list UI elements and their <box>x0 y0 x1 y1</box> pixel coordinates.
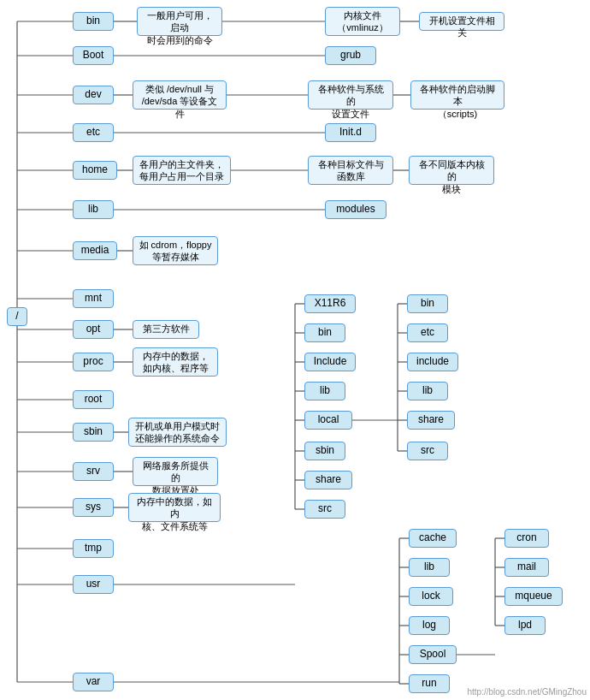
mnt-node: mnt <box>73 289 114 308</box>
spool-cron-node: cron <box>504 529 549 548</box>
spool-lpd-node: lpd <box>504 616 546 635</box>
lib-node: lib <box>73 200 114 219</box>
media-node: media <box>73 241 117 260</box>
home-kernel-node: 各不同版本内核的 模块 <box>409 156 494 185</box>
dev-desc-node: 类似 /dev/null 与 /dev/sda 等设备文件 <box>133 80 227 110</box>
usr-include-node: Include <box>304 353 356 371</box>
x11-lib-node: lib <box>407 382 448 400</box>
home-node: home <box>73 161 117 180</box>
usr-bin-node: bin <box>304 323 345 342</box>
bin-kernel-node: 内核文件 （vmlinuz） <box>325 7 400 36</box>
x11-bin-node: bin <box>407 294 448 313</box>
x11-include-node: include <box>407 353 458 371</box>
var-lock-node: lock <box>409 587 453 606</box>
sbin-desc-node: 开机或单用户模式时 还能操作的系统命令 <box>128 418 227 447</box>
etc-node: etc <box>73 123 114 142</box>
tmp-node: tmp <box>73 539 114 558</box>
usr-x11-node: X11R6 <box>304 294 356 313</box>
dev-node: dev <box>73 86 114 104</box>
root-node: / <box>7 307 27 326</box>
spool-mqueue-node: mqueue <box>504 587 563 606</box>
sys-node: sys <box>73 498 114 517</box>
var-lib-node: lib <box>409 558 450 577</box>
bin-desc-node: 一般用户可用，启动 时会用到的命令 <box>137 7 222 36</box>
var-node: var <box>73 673 114 691</box>
home-desc-node: 各用户的主文件夹， 每用户占用一个目录 <box>133 156 231 185</box>
media-desc-node: 如 cdrom，floppy 等暂存媒体 <box>133 236 218 265</box>
root-dir-node: root <box>73 390 114 409</box>
grub-node: grub <box>325 46 376 65</box>
sys-desc-node: 内存中的数据，如内 核、文件系统等 <box>128 493 221 522</box>
usr-local-node: local <box>304 411 352 430</box>
sbin-node: sbin <box>73 423 114 442</box>
initd-node: Init.d <box>325 123 376 142</box>
var-log-node: log <box>409 616 450 635</box>
proc-node: proc <box>73 353 114 371</box>
usr-share-node: share <box>304 471 352 489</box>
srv-node: srv <box>73 462 114 481</box>
home-obj-node: 各种目标文件与 函数库 <box>308 156 393 185</box>
boot-node: Boot <box>73 46 114 65</box>
usr-node: usr <box>73 575 114 594</box>
dev-scripts-node: 各种软件的启动脚本 （scripts) <box>410 80 504 110</box>
var-spool-node: Spool <box>409 645 457 664</box>
var-cache-node: cache <box>409 529 457 548</box>
watermark: http://blog.csdn.net/GMingZhou <box>467 687 587 697</box>
opt-node: opt <box>73 320 114 339</box>
usr-sbin-node: sbin <box>304 442 345 460</box>
diagram: / bin 一般用户可用，启动 时会用到的命令 内核文件 （vmlinuz） 开… <box>0 0 590 700</box>
usr-src-node: src <box>304 500 345 519</box>
usr-lib-node: lib <box>304 382 345 400</box>
bin-node: bin <box>73 12 114 31</box>
x11-src-node: src <box>407 442 448 460</box>
bin-boot-desc-node: 开机设置文件相关 <box>419 12 504 31</box>
opt-desc-node: 第三方软件 <box>133 320 199 339</box>
spool-mail-node: mail <box>504 558 549 577</box>
proc-desc-node: 内存中的数据， 如内核、程序等 <box>133 347 218 377</box>
srv-desc-node: 网络服务所提供的 数据放置处 <box>133 457 218 486</box>
x11-etc-node: etc <box>407 323 448 342</box>
dev-set-node: 各种软件与系统的 设置文件 <box>308 80 393 110</box>
x11-share-node: share <box>407 411 455 430</box>
var-run-node: run <box>409 674 450 693</box>
modules-node: modules <box>325 200 386 219</box>
